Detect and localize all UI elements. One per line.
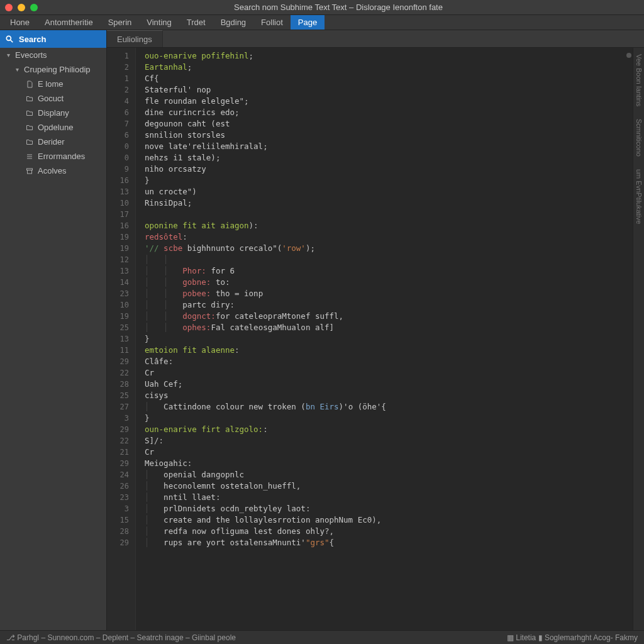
gutter-line: 13 bbox=[109, 265, 129, 277]
code-line[interactable]: nove late'reliilemhiralal; bbox=[145, 141, 634, 152]
code-line[interactable]: │ prlDnnidets ocdn_rebtyley laot: bbox=[145, 503, 634, 514]
status-segment[interactable]: ▮ Soglemarhght Acog- bbox=[538, 633, 613, 642]
sidebar-item-acolves[interactable]: Acolves bbox=[0, 164, 106, 178]
code-line[interactable]: redsôtel: bbox=[145, 231, 634, 243]
code-line[interactable]: Cr bbox=[145, 447, 634, 458]
side-tab[interactable]: um EvnPtilukative bbox=[635, 169, 643, 224]
gutter-line: 21 bbox=[109, 447, 129, 458]
menu-page[interactable]: Page bbox=[291, 15, 325, 30]
gutter-line: 7 bbox=[109, 118, 129, 130]
status-segment[interactable]: Giinbal peole bbox=[192, 633, 236, 642]
minimize-window-icon[interactable] bbox=[18, 4, 25, 11]
code-line[interactable]: niho orcsatzy bbox=[145, 164, 634, 175]
code-line[interactable]: │ │ bbox=[145, 254, 634, 265]
gutter-line: 1 bbox=[109, 50, 129, 62]
code-line[interactable]: │ │ dognct:for cateleopraMtonef suffl, bbox=[145, 311, 634, 322]
menu-folliot[interactable]: Folliot bbox=[253, 15, 291, 30]
code-line[interactable]: degounon caht (est bbox=[145, 118, 634, 130]
sidebar-item-errormandes[interactable]: Errormandes bbox=[0, 149, 106, 164]
sidebar-item-label: Displany bbox=[38, 108, 69, 118]
menu-bar: HoneAntomtheritieSperinVintingTrdetBgdin… bbox=[0, 15, 644, 30]
code-line[interactable] bbox=[145, 209, 634, 220]
code-area[interactable]: ouo-enarive pofifehinl;Eartanhal;Cf{Stat… bbox=[136, 48, 634, 630]
gutter-line: 10 bbox=[109, 197, 129, 209]
editor[interactable]: 1212467600916131017161919121314231019251… bbox=[107, 48, 644, 630]
side-tab[interactable]: Scmniticono bbox=[635, 119, 643, 157]
code-line[interactable]: Cf{ bbox=[145, 73, 634, 84]
status-segment[interactable]: Deplent – bbox=[103, 633, 135, 642]
svg-point-0 bbox=[6, 36, 11, 40]
sidebar-item-displany[interactable]: Displany bbox=[0, 106, 106, 120]
gutter-line: 13 bbox=[109, 186, 129, 197]
code-line[interactable]: } bbox=[145, 175, 634, 186]
menu-vinting[interactable]: Vinting bbox=[139, 15, 179, 30]
sidebar-group-crupeing[interactable]: ▾Crupeing Philiodip bbox=[0, 62, 106, 77]
editor-tab[interactable]: Euliolings bbox=[107, 30, 163, 47]
code-line[interactable]: │ │ partc diry: bbox=[145, 299, 634, 311]
menu-trdet[interactable]: Trdet bbox=[179, 15, 213, 30]
sidebar: Search ▾Evecorts▾Crupeing PhiliodipE lom… bbox=[0, 30, 107, 630]
code-line[interactable]: ouo-enarive pofifehinl; bbox=[145, 50, 634, 62]
code-line[interactable]: RinsiDpal; bbox=[145, 197, 634, 209]
zoom-window-icon[interactable] bbox=[30, 4, 38, 11]
code-line[interactable]: } bbox=[145, 413, 634, 424]
code-line[interactable]: Eartanhal; bbox=[145, 62, 634, 73]
status-segment[interactable]: ▦ Litetia bbox=[507, 633, 536, 642]
gutter-line: 25 bbox=[109, 390, 129, 401]
code-line[interactable]: Staterful' nop bbox=[145, 84, 634, 96]
status-segment[interactable]: Fakmy bbox=[615, 633, 638, 642]
minimap-toggle-icon[interactable] bbox=[626, 53, 631, 58]
code-line[interactable]: cisys bbox=[145, 390, 634, 401]
status-segment[interactable]: Seatrch inage – bbox=[137, 633, 190, 642]
sidebar-item-label: Gocuct bbox=[38, 94, 64, 103]
code-line[interactable]: Meiogahic: bbox=[145, 458, 634, 469]
code-line[interactable]: fle roundan elelgele"; bbox=[145, 96, 634, 107]
menu-bgding[interactable]: Bgding bbox=[213, 15, 253, 30]
code-line[interactable]: │ │ ophes:Fal cateleosgaMhualon alf] bbox=[145, 322, 634, 333]
code-line[interactable]: │ nntil llaet: bbox=[145, 492, 634, 503]
menu-antomtheritie[interactable]: Antomtheritie bbox=[37, 15, 101, 30]
sidebar-item-opdelune[interactable]: Opdelune bbox=[0, 120, 106, 135]
menu-hone[interactable]: Hone bbox=[3, 15, 37, 30]
side-tab[interactable]: Vee Boon Iantins bbox=[635, 54, 643, 106]
gutter-line: 10 bbox=[109, 299, 129, 311]
file-icon bbox=[25, 80, 34, 89]
status-bar: ⎇ Parhgl – Sunneon.com – Deplent – Seatr… bbox=[0, 630, 644, 644]
close-window-icon[interactable] bbox=[5, 4, 13, 11]
gutter-line: 22 bbox=[109, 435, 129, 447]
code-line[interactable]: S]/: bbox=[145, 435, 634, 447]
code-line[interactable]: oponine fit ait aiagon): bbox=[145, 220, 634, 231]
code-line[interactable]: nehzs i1 stale); bbox=[145, 152, 634, 164]
code-line[interactable]: dine curincrics edo; bbox=[145, 107, 634, 118]
code-line[interactable]: │ Cattindone colour new troken (bn Eirs)… bbox=[145, 401, 634, 413]
code-line[interactable]: │ heconolemnt ostetalon_hueffl, bbox=[145, 480, 634, 492]
code-line[interactable]: │ create and the lollaylesrrotion anophN… bbox=[145, 514, 634, 526]
code-line[interactable]: '// scbe bighhnunto crecalo"('row'); bbox=[145, 243, 634, 254]
sidebar-group-evecorts[interactable]: ▾Evecorts bbox=[0, 48, 106, 62]
code-line[interactable]: Clâfe: bbox=[145, 356, 634, 367]
window-controls bbox=[5, 4, 38, 11]
code-line[interactable]: │ rups are yort ostalensaMnunti'"grs"{ bbox=[145, 537, 634, 548]
gutter-line: 9 bbox=[109, 164, 129, 175]
status-segment[interactable]: ⎇ Parhgl bbox=[6, 633, 39, 642]
code-line[interactable]: } bbox=[145, 333, 634, 345]
sidebar-item-derider[interactable]: Derider bbox=[0, 135, 106, 149]
code-line[interactable]: │ openial dangopnlc bbox=[145, 469, 634, 480]
code-line[interactable]: │ redfa now ofliguma lest dones ohly?, bbox=[145, 526, 634, 537]
sidebar-item-gocuct[interactable]: Gocuct bbox=[0, 91, 106, 106]
code-line[interactable]: snnilion storsles bbox=[145, 130, 634, 141]
code-line[interactable]: emtoion fit alaenne: bbox=[145, 345, 634, 356]
code-line[interactable]: Cr bbox=[145, 367, 634, 379]
code-line[interactable]: un crocte") bbox=[145, 186, 634, 197]
code-line[interactable]: oun-enarive firt alzgolo:: bbox=[145, 424, 634, 435]
code-line[interactable]: │ │ Phor: for 6 bbox=[145, 265, 634, 277]
folder-icon bbox=[25, 138, 34, 147]
code-line[interactable]: │ │ pobee: tho = ionp bbox=[145, 288, 634, 299]
status-segment[interactable]: – Sunneon.com – bbox=[41, 633, 100, 642]
gutter-line: 2 bbox=[109, 62, 129, 73]
menu-sperin[interactable]: Sperin bbox=[101, 15, 140, 30]
code-line[interactable]: │ │ gobne: to: bbox=[145, 277, 634, 288]
sidebar-search[interactable]: Search bbox=[0, 30, 106, 48]
sidebar-item-e-lome[interactable]: E lome bbox=[0, 77, 106, 91]
code-line[interactable]: Uah Cef; bbox=[145, 379, 634, 390]
